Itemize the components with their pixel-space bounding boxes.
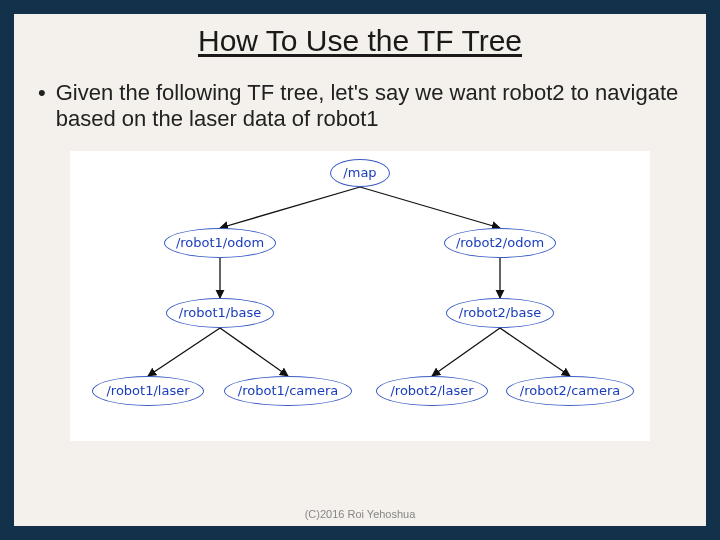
diagram-container: /map/robot1/odom/robot2/odom/robot1/base… (34, 151, 686, 441)
slide-footer: (C)2016 Roi Yehoshua (14, 508, 706, 520)
tree-node-map: /map (330, 159, 390, 187)
tree-edge (148, 328, 220, 376)
slide-title: How To Use the TF Tree (14, 14, 706, 58)
bullet-marker: • (38, 80, 46, 106)
tree-node-r1odom: /robot1/odom (164, 228, 276, 258)
tree-node-r1cam: /robot1/camera (224, 376, 352, 406)
tree-node-r1base: /robot1/base (166, 298, 274, 328)
tree-edge (220, 187, 360, 228)
tree-node-r2laser: /robot2/laser (376, 376, 488, 406)
slide-body: • Given the following TF tree, let's say… (14, 58, 706, 441)
slide-frame: How To Use the TF Tree • Given the follo… (0, 0, 720, 540)
tree-node-r2odom: /robot2/odom (444, 228, 556, 258)
bullet-text: Given the following TF tree, let's say w… (56, 80, 686, 133)
tf-tree-diagram: /map/robot1/odom/robot2/odom/robot1/base… (70, 151, 650, 441)
tree-node-r1laser: /robot1/laser (92, 376, 204, 406)
tree-edge (432, 328, 500, 376)
tree-node-r2base: /robot2/base (446, 298, 554, 328)
slide-inner: How To Use the TF Tree • Given the follo… (14, 14, 706, 526)
tree-edge (360, 187, 500, 228)
tree-node-r2cam: /robot2/camera (506, 376, 634, 406)
tree-edge (500, 328, 570, 376)
bullet-item: • Given the following TF tree, let's say… (34, 80, 686, 133)
tree-edge (220, 328, 288, 376)
